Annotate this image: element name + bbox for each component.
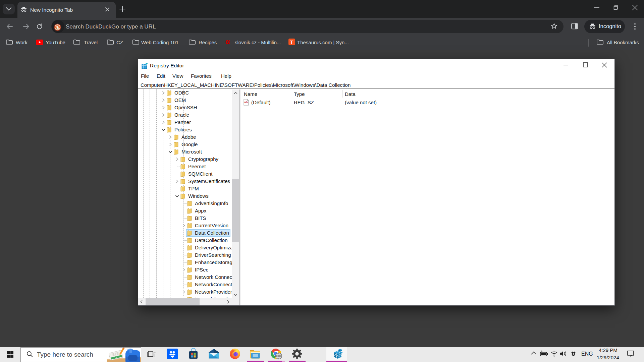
svg-text:ab: ab [244,101,248,104]
